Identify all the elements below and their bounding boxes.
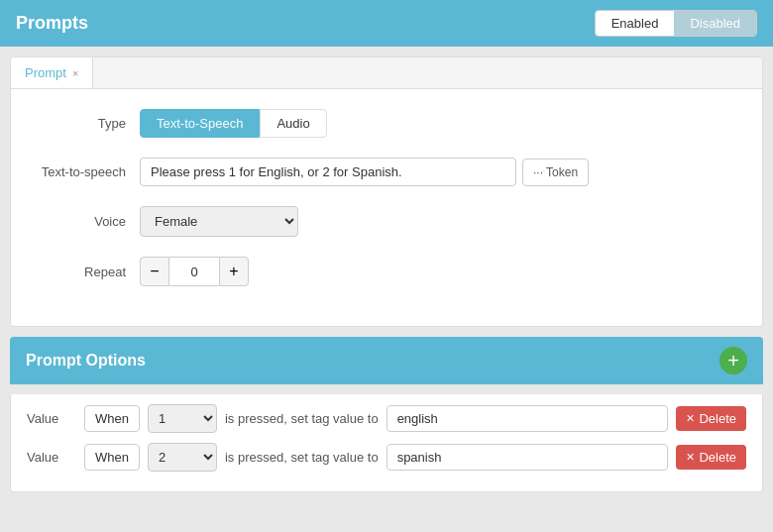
prompt-options-section: Prompt Options + Value When 1 2 is press… xyxy=(0,337,773,492)
enabled-toggle-btn[interactable]: Enabled xyxy=(596,11,675,36)
tts-type-btn[interactable]: Text-to-Speech xyxy=(140,109,260,138)
tab-bar: Prompt × xyxy=(11,57,762,89)
enabled-disabled-toggle[interactable]: Enabled Disabled xyxy=(595,10,757,37)
voice-select[interactable]: Female Male xyxy=(140,206,298,237)
voice-label: Voice xyxy=(41,214,140,229)
option-value-label-1: Value xyxy=(27,411,76,426)
delete-label-2: Delete xyxy=(699,450,736,465)
audio-type-btn[interactable]: Audio xyxy=(260,109,326,138)
delete-label-1: Delete xyxy=(699,411,736,426)
delete-option-btn-1[interactable]: ✕ Delete xyxy=(676,406,746,431)
option-num-select-2[interactable]: 1 2 xyxy=(148,443,217,472)
prompt-tab[interactable]: Prompt × xyxy=(11,57,93,88)
close-icon[interactable]: × xyxy=(72,67,78,79)
repeat-stepper: − 0 + xyxy=(140,257,249,286)
delete-x-icon-2: ✕ xyxy=(686,451,695,464)
option-row-1: Value When 1 2 is pressed, set tag value… xyxy=(27,404,746,433)
option-row-2: Value When 1 2 is pressed, set tag value… xyxy=(27,443,746,472)
option-when-label-2: When xyxy=(84,444,140,471)
option-tag-value-2[interactable] xyxy=(386,444,669,471)
prompts-header: Prompts Enabled Disabled xyxy=(0,0,773,47)
options-header-bar: Prompt Options + xyxy=(10,337,763,384)
tts-row: Text-to-speech ··· Token xyxy=(41,158,732,186)
prompt-card-body: Type Text-to-Speech Audio Text-to-speech… xyxy=(11,89,762,326)
tts-input-group: ··· Token xyxy=(140,158,589,186)
tts-input[interactable] xyxy=(140,158,516,186)
tts-label: Text-to-speech xyxy=(41,164,140,179)
type-row: Type Text-to-Speech Audio xyxy=(41,109,732,138)
delete-option-btn-2[interactable]: ✕ Delete xyxy=(676,445,746,470)
option-tag-value-1[interactable] xyxy=(386,405,669,432)
options-title: Prompt Options xyxy=(26,352,146,370)
prompt-card: Prompt × Type Text-to-Speech Audio Text-… xyxy=(10,56,763,327)
tab-label: Prompt xyxy=(25,65,66,80)
stepper-increment-btn[interactable]: + xyxy=(219,257,249,286)
token-btn[interactable]: ··· Token xyxy=(522,159,589,186)
option-num-select-1[interactable]: 1 2 xyxy=(148,404,217,433)
type-label: Type xyxy=(41,116,140,131)
option-value-label-2: Value xyxy=(27,450,76,465)
delete-x-icon-1: ✕ xyxy=(686,412,695,425)
page-title: Prompts xyxy=(16,13,88,34)
voice-row: Voice Female Male xyxy=(41,206,732,237)
option-when-label-1: When xyxy=(84,405,140,432)
add-option-btn[interactable]: + xyxy=(719,347,747,374)
repeat-label: Repeat xyxy=(41,265,140,279)
repeat-row: Repeat − 0 + xyxy=(41,257,732,286)
options-header-content: Prompt Options + xyxy=(10,337,763,384)
option-pressed-text-2: is pressed, set tag value to xyxy=(225,450,379,465)
disabled-toggle-btn[interactable]: Disabled xyxy=(674,11,756,36)
options-body: Value When 1 2 is pressed, set tag value… xyxy=(10,394,763,492)
stepper-value: 0 xyxy=(169,257,219,286)
option-pressed-text-1: is pressed, set tag value to xyxy=(225,411,379,426)
type-selector[interactable]: Text-to-Speech Audio xyxy=(140,109,327,138)
stepper-decrement-btn[interactable]: − xyxy=(140,257,169,286)
